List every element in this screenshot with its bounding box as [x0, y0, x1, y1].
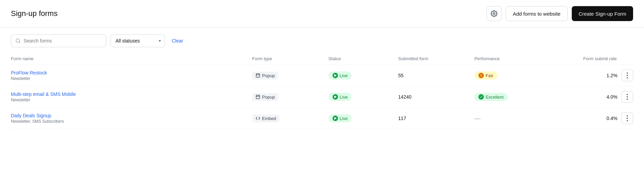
search-wrapper	[11, 34, 106, 47]
forms-table-container: Form name Form type Status Submitted for…	[0, 53, 644, 129]
more-vertical-icon	[627, 115, 628, 121]
form-status-cell: Live	[328, 65, 398, 86]
svg-point-14	[627, 118, 628, 119]
warning-icon: !	[478, 73, 484, 78]
form-submitted-cell: 117	[398, 108, 475, 129]
submitted-count: 55	[398, 73, 404, 78]
popup-icon	[256, 73, 260, 78]
form-name-link[interactable]: ProFlow Restock	[11, 70, 252, 75]
submitted-count: 14240	[398, 94, 412, 100]
rate-value: 4.0%	[607, 94, 617, 100]
status-filter-wrapper: All statuses Live Draft Paused ▾	[110, 34, 165, 47]
page-header: Sign-up forms Add forms to website Creat…	[0, 0, 644, 28]
form-name-cell: Daily Deals Signup Newsletter, SMS Subsc…	[11, 108, 252, 129]
popup-icon	[256, 95, 260, 99]
form-name-cell: ProFlow Restock Newsletter	[11, 65, 252, 86]
gear-button[interactable]	[487, 6, 502, 21]
rate-value: 1.2%	[607, 73, 617, 78]
live-icon	[333, 94, 338, 100]
form-sub: Newsletter	[11, 76, 30, 81]
col-header-rate: Form submit rate	[557, 53, 633, 65]
svg-point-6	[627, 75, 628, 76]
forms-table: Form name Form type Status Submitted for…	[11, 53, 633, 129]
col-header-name: Form name	[11, 53, 252, 65]
live-icon	[333, 116, 338, 121]
form-name-link[interactable]: Multi-step email & SMS Mobile	[11, 91, 252, 97]
svg-rect-3	[256, 74, 260, 78]
svg-point-0	[493, 13, 495, 15]
status-badge: Live	[328, 93, 352, 101]
form-name-link[interactable]: Daily Deals Signup	[11, 113, 252, 118]
form-type-cell: Embed	[252, 108, 328, 129]
form-submitted-cell: 55	[398, 65, 475, 86]
col-header-performance: Performance	[474, 53, 557, 65]
submitted-count: 117	[398, 116, 406, 121]
col-header-status: Status	[328, 53, 398, 65]
status-select[interactable]: All statuses Live Draft Paused	[110, 34, 165, 47]
svg-point-11	[627, 96, 628, 98]
svg-point-12	[627, 99, 628, 100]
svg-point-15	[627, 120, 628, 121]
svg-line-2	[19, 42, 20, 43]
embed-icon	[256, 116, 260, 121]
more-vertical-icon	[627, 94, 628, 100]
svg-rect-8	[256, 95, 260, 99]
rate-value: 0.4%	[607, 116, 617, 121]
row-menu-button[interactable]	[622, 91, 633, 103]
row-menu-button[interactable]	[622, 113, 633, 124]
form-performance-cell: !Fair	[474, 65, 557, 86]
performance-badge: —	[474, 115, 480, 122]
form-rate-cell: 4.0%	[557, 86, 633, 108]
form-type-badge: Popup	[252, 93, 278, 101]
table-row: ProFlow Restock Newsletter PopupLive55!F…	[11, 65, 633, 86]
col-header-submitted: Submitted form	[398, 53, 475, 65]
status-badge: Live	[328, 71, 352, 80]
form-submitted-cell: 14240	[398, 86, 475, 108]
table-row: Daily Deals Signup Newsletter, SMS Subsc…	[11, 108, 633, 129]
add-forms-button[interactable]: Add forms to website	[506, 6, 568, 21]
check-icon: ✓	[478, 94, 484, 100]
form-performance-cell: ✓Excellent	[474, 86, 557, 108]
performance-badge: ✓Excellent	[474, 93, 508, 101]
clear-button[interactable]: Clear	[169, 37, 186, 45]
live-icon	[333, 73, 338, 78]
more-vertical-icon	[627, 72, 628, 79]
form-sub: Newsletter	[11, 98, 30, 102]
form-performance-cell: —	[474, 108, 557, 129]
form-rate-cell: 0.4%	[557, 108, 633, 129]
form-sub: Newsletter, SMS Subscribers	[11, 119, 64, 124]
table-header-row: Form name Form type Status Submitted for…	[11, 53, 633, 65]
table-row: Multi-step email & SMS Mobile Newsletter…	[11, 86, 633, 108]
page-title: Sign-up forms	[11, 9, 58, 18]
svg-point-13	[627, 115, 628, 117]
search-icon	[15, 38, 21, 44]
form-name-cell: Multi-step email & SMS Mobile Newsletter	[11, 86, 252, 108]
toolbar: All statuses Live Draft Paused ▾ Clear	[0, 28, 644, 53]
form-status-cell: Live	[328, 108, 398, 129]
form-type-badge: Popup	[252, 72, 278, 80]
svg-point-5	[627, 72, 628, 74]
header-actions: Add forms to website Create Sign-up Form	[487, 6, 633, 21]
create-form-button[interactable]: Create Sign-up Form	[572, 6, 633, 21]
performance-badge: !Fair	[474, 71, 497, 80]
status-badge: Live	[328, 114, 352, 122]
form-rate-cell: 1.2%	[557, 65, 633, 86]
form-type-cell: Popup	[252, 86, 328, 108]
form-type-cell: Popup	[252, 65, 328, 86]
svg-point-10	[627, 94, 628, 95]
col-header-type: Form type	[252, 53, 328, 65]
row-menu-button[interactable]	[622, 70, 633, 81]
search-input[interactable]	[24, 38, 102, 44]
form-status-cell: Live	[328, 86, 398, 108]
gear-icon	[491, 10, 497, 17]
form-type-badge: Embed	[252, 115, 279, 122]
svg-point-7	[627, 77, 628, 79]
